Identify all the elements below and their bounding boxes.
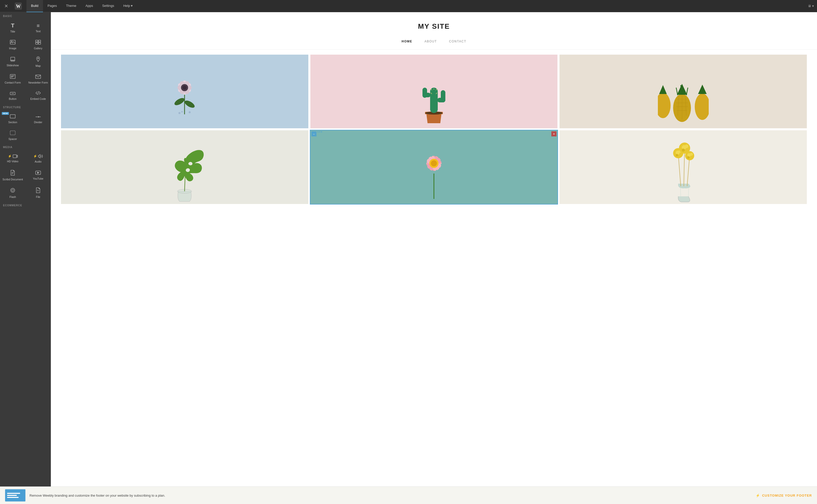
structure-grid: NEW Section Divider xyxy=(0,110,51,143)
footer-description: Remove Weebly branding and customize the… xyxy=(29,494,752,497)
gallery-section: ↔ ✕ xyxy=(51,50,817,209)
tab-help[interactable]: Help ▾ xyxy=(119,0,137,12)
svg-point-103 xyxy=(687,156,690,159)
sidebar-item-embed[interactable]: Embed Code xyxy=(25,87,51,103)
tab-pages[interactable]: Pages xyxy=(43,0,61,12)
customize-footer-button[interactable]: ⚡ CUSTOMIZE YOUR FOOTER xyxy=(756,494,812,497)
sidebar-item-file[interactable]: File xyxy=(25,184,51,201)
section-basic-label: BASIC xyxy=(0,12,51,19)
sidebar-item-gallery[interactable]: Gallery xyxy=(25,36,51,53)
footer-preview-image xyxy=(5,489,25,501)
svg-point-42 xyxy=(178,112,180,114)
nav-contact[interactable]: CONTACT xyxy=(449,40,467,43)
gallery-icon xyxy=(35,40,41,45)
gallery-cell-6[interactable] xyxy=(560,130,807,204)
sidebar-item-flash[interactable]: Flash xyxy=(0,184,25,201)
svg-rect-22 xyxy=(13,155,17,158)
tab-build[interactable]: Build xyxy=(26,0,43,12)
hdvideo-icon: ⚡ xyxy=(8,154,18,158)
nav-tabs: Build Pages Theme Apps Settings Help ▾ xyxy=(26,0,137,12)
svg-rect-51 xyxy=(441,90,446,102)
newsletter-label: Newsletter Form xyxy=(28,81,48,84)
sidebar-item-hdvideo[interactable]: ⚡ HD Video xyxy=(0,150,25,166)
sidebar-item-title[interactable]: Title xyxy=(0,19,25,36)
title-icon xyxy=(11,23,14,28)
svg-point-43 xyxy=(181,111,183,113)
gallery-cell-2[interactable] xyxy=(310,55,558,128)
file-icon xyxy=(36,187,40,194)
svg-point-27 xyxy=(11,188,15,192)
svg-point-33 xyxy=(183,99,196,109)
svg-rect-21 xyxy=(10,131,15,135)
svg-point-32 xyxy=(173,97,185,106)
tab-theme[interactable]: Theme xyxy=(61,0,81,12)
sidebar-item-section[interactable]: NEW Section xyxy=(0,110,25,127)
newsletter-icon xyxy=(35,74,41,80)
contact-form-label: Contact Form xyxy=(5,81,21,84)
button-label: Button xyxy=(9,97,17,101)
text-icon xyxy=(37,23,40,28)
svg-point-86 xyxy=(431,160,437,166)
svg-rect-2 xyxy=(10,40,15,44)
svg-point-28 xyxy=(12,189,14,191)
sidebar-item-slideshow[interactable]: Slideshow xyxy=(0,53,25,70)
svg-point-44 xyxy=(189,111,191,113)
svg-point-57 xyxy=(658,93,671,118)
top-nav: ✕ W Build Pages Theme Apps Settings Help… xyxy=(0,0,817,12)
section-media-label: MEDIA xyxy=(0,143,51,150)
sidebar-item-spacer[interactable]: Spacer xyxy=(0,127,25,144)
divider-label: Divider xyxy=(34,121,42,124)
gallery-label: Gallery xyxy=(34,47,42,50)
audio-icon: ⚡ xyxy=(33,154,43,159)
close-button[interactable]: ✕ xyxy=(0,0,12,12)
sidebar-item-youtube[interactable]: YouTube xyxy=(25,166,51,184)
title-label: Title xyxy=(10,30,15,33)
gallery-cell-4[interactable] xyxy=(61,130,308,204)
button-icon xyxy=(10,91,15,96)
device-selector[interactable]: 🖥 ▾ xyxy=(808,4,817,8)
svg-point-98 xyxy=(685,145,688,148)
sidebar-item-divider[interactable]: Divider xyxy=(25,110,51,127)
svg-rect-8 xyxy=(11,57,15,60)
site-title: MY SITE xyxy=(56,22,812,30)
sidebar-item-newsletter[interactable]: Newsletter Form xyxy=(25,70,51,87)
divider-icon xyxy=(35,114,41,119)
svg-line-91 xyxy=(687,156,690,186)
canvas-area: MY SITE HOME ABOUT CONTACT xyxy=(51,12,817,486)
sidebar-item-text[interactable]: Text xyxy=(25,19,51,36)
tab-apps[interactable]: Apps xyxy=(81,0,98,12)
scribd-label: Scribd Document xyxy=(3,178,23,181)
svg-line-90 xyxy=(684,148,685,186)
hdvideo-label: HD Video xyxy=(7,160,19,163)
section-icon xyxy=(10,114,15,119)
website-preview: MY SITE HOME ABOUT CONTACT xyxy=(51,12,817,486)
svg-line-61 xyxy=(686,88,688,95)
sidebar-item-contact-form[interactable]: Contact Form xyxy=(0,70,25,87)
gallery-cell-1[interactable] xyxy=(61,55,308,128)
nav-about[interactable]: ABOUT xyxy=(425,40,437,43)
tab-settings[interactable]: Settings xyxy=(98,0,119,12)
sidebar-item-image[interactable]: Image xyxy=(0,36,25,53)
site-nav: HOME ABOUT CONTACT xyxy=(51,36,817,50)
weebly-logo: W xyxy=(12,0,24,12)
file-label: File xyxy=(36,195,40,199)
sidebar: BASIC Title Text Image xyxy=(0,12,51,486)
main-area: BASIC Title Text Image xyxy=(0,12,817,486)
footer-cta-label: CUSTOMIZE YOUR FOOTER xyxy=(762,494,812,497)
sidebar-item-map[interactable]: Map xyxy=(25,53,51,70)
sidebar-item-audio[interactable]: ⚡ Audio xyxy=(25,150,51,166)
sidebar-item-scribd[interactable]: Scribd Document xyxy=(0,166,25,184)
cell-close-handle[interactable]: ✕ xyxy=(551,131,557,136)
svg-point-102 xyxy=(690,153,693,156)
svg-point-99 xyxy=(682,149,685,152)
svg-point-3 xyxy=(11,41,12,42)
section-ecommerce-label: ECOMMERCE xyxy=(0,201,51,208)
sidebar-item-button[interactable]: Button xyxy=(0,87,25,103)
gallery-cell-5[interactable]: ↔ ✕ xyxy=(310,130,558,204)
gallery-cell-3[interactable] xyxy=(560,55,807,128)
slideshow-icon xyxy=(10,57,15,62)
cell-move-handle[interactable]: ↔ xyxy=(311,131,316,136)
audio-label: Audio xyxy=(35,160,42,163)
site-header: MY SITE xyxy=(51,12,817,36)
nav-home[interactable]: HOME xyxy=(401,40,412,43)
